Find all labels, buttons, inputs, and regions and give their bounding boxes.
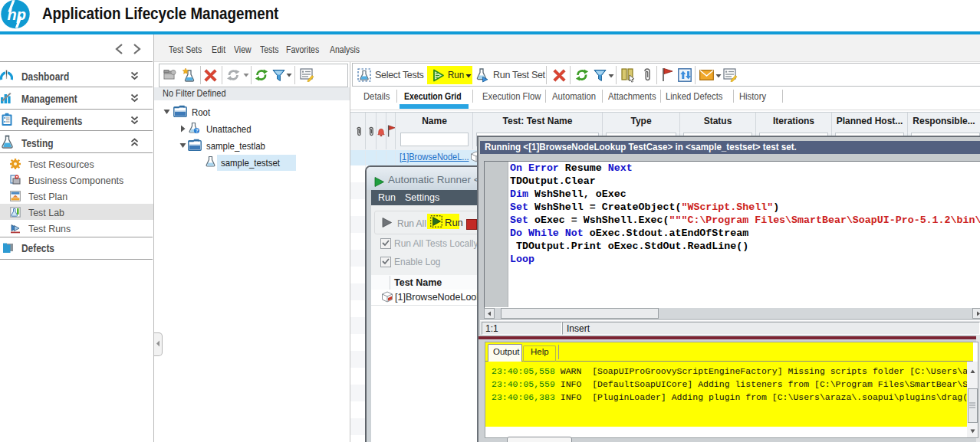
svg-text:?: ?	[196, 128, 199, 133]
